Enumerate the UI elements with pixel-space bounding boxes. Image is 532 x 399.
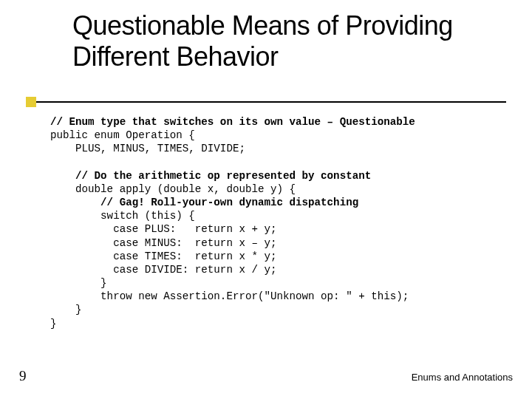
code-line: case TIMES: return x * y; (50, 250, 277, 262)
slide: Questionable Means of Providing Differen… (0, 0, 532, 399)
code-line: } (50, 318, 57, 330)
code-line: throw new Assertion.Error("Unknown op: "… (50, 290, 409, 302)
code-line: PLUS, MINUS, TIMES, DIVIDE; (50, 143, 245, 154)
title-rule (26, 97, 506, 107)
code-line: switch (this) { (50, 210, 195, 222)
code-line: // Do the arithmetic op represented by c… (50, 170, 371, 182)
code-line: } (50, 304, 82, 316)
slide-title: Questionable Means of Providing Differen… (72, 10, 516, 73)
title-block: Questionable Means of Providing Differen… (72, 10, 516, 73)
code-line: } (50, 277, 107, 289)
page-number: 9 (19, 368, 27, 384)
code-line: // Enum type that switches on its own va… (50, 116, 415, 128)
code-line: double apply (double x, double y) { (50, 183, 296, 195)
code-block: // Enum type that switches on its own va… (50, 115, 415, 330)
code-line: case MINUS: return x – y; (50, 237, 277, 249)
footer-text: Enums and Annotations (412, 372, 513, 383)
code-line: public enum Operation { (50, 129, 195, 141)
horizontal-rule (36, 101, 506, 103)
code-line: case PLUS: return x + y; (50, 223, 277, 235)
code-line: // Gag! Roll-your-own dynamic dispatchin… (50, 197, 358, 208)
accent-square-icon (26, 97, 36, 107)
code-line: case DIVIDE: return x / y; (50, 264, 277, 276)
